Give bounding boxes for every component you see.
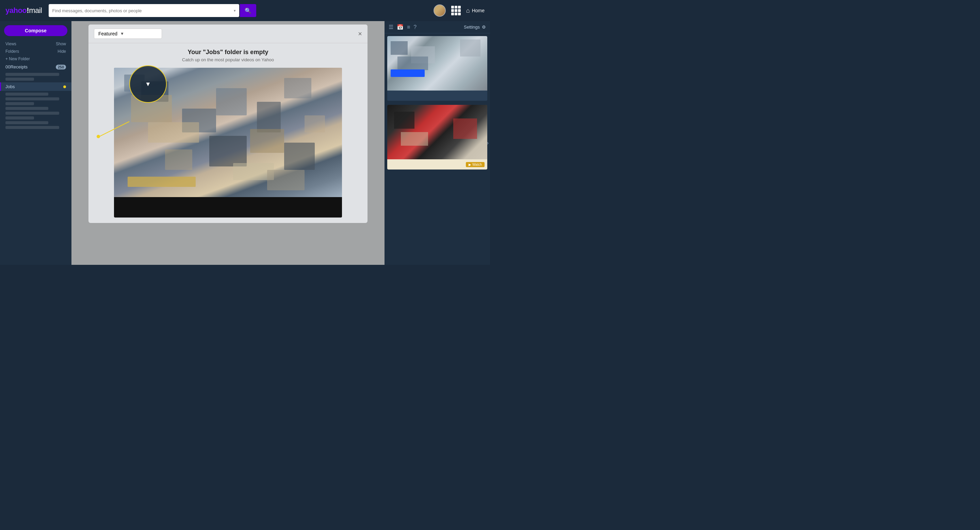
show-label[interactable]: Show <box>56 41 66 46</box>
home-label: Home <box>472 8 485 13</box>
list-icon[interactable]: ≡ <box>407 24 410 30</box>
receipts-badge: 250 <box>56 65 66 70</box>
views-label: Views <box>5 41 16 46</box>
app-header: yahoo!mail ▾ 🔍 ⌂ Home <box>0 0 490 21</box>
modal-title: Your "Jobs" folder is empty <box>95 49 361 56</box>
modal-close-button[interactable]: × <box>358 30 362 37</box>
media-card-1-image <box>387 36 487 91</box>
folder-item-receipts[interactable]: 00Receipts 250 <box>0 63 72 71</box>
media-card-2-bottom: ▶ Watch <box>387 159 487 170</box>
blurred-folder-9 <box>5 121 48 124</box>
search-chevron-icon[interactable]: ▾ <box>234 8 236 13</box>
media-image-2-bg <box>387 105 487 159</box>
search-bar: ▾ <box>49 4 239 17</box>
yahoo-logo: yahoo!mail <box>5 6 42 15</box>
gold-tag: ▶ Watch <box>466 162 485 167</box>
folders-row: Folders Hide <box>0 48 72 55</box>
settings-label: Settings <box>464 24 480 30</box>
modal-header: Featured ▼ × <box>89 24 368 43</box>
sidebar: Compose Views Show Folders Hide + New Fo… <box>0 21 72 265</box>
media-card-1-bottom <box>387 91 487 101</box>
blurred-folder-10 <box>5 126 59 129</box>
new-folder-button[interactable]: + New Folder <box>0 55 72 63</box>
settings-button[interactable]: Settings ⚙ <box>464 24 486 30</box>
video-placeholder <box>114 68 342 218</box>
home-button[interactable]: ⌂ Home <box>466 7 485 14</box>
views-row: Views Show <box>0 40 72 48</box>
media-card-1[interactable] <box>387 36 487 101</box>
help-icon[interactable]: ? <box>414 24 417 30</box>
folders-label: Folders <box>5 49 19 54</box>
header-right: ⌂ Home <box>434 5 485 17</box>
modal-body: Your "Jobs" folder is empty Catch up on … <box>89 43 368 223</box>
blurred-folder-7 <box>5 111 59 115</box>
featured-chevron-icon: ▼ <box>120 31 124 36</box>
jobs-indicator-dot <box>63 86 66 88</box>
blurred-folder-6 <box>5 107 48 110</box>
blurred-folder-3 <box>5 92 48 95</box>
video-container <box>114 68 342 218</box>
video-bottom-bar <box>114 197 342 218</box>
home-icon: ⌂ <box>466 7 470 14</box>
media-card-2-image <box>387 105 487 159</box>
settings-gear-icon: ⚙ <box>482 24 486 30</box>
blurred-folder-2 <box>5 78 34 81</box>
jobs-folder-inner: Jobs <box>5 84 14 89</box>
blue-bar <box>391 70 425 77</box>
apps-grid-icon[interactable] <box>451 6 461 15</box>
modal-overlay: Featured ▼ × Your "Jobs" folder is empty… <box>72 21 385 265</box>
folder-item-jobs[interactable]: Jobs <box>0 83 72 91</box>
featured-label: Featured <box>98 31 118 37</box>
right-toolbar-icons: ☰ 📅 ≡ ? <box>388 24 417 30</box>
blurred-folder-4 <box>5 97 59 100</box>
blurred-folder-8 <box>5 116 34 119</box>
compose-button[interactable]: Compose <box>4 25 67 36</box>
right-panel: ☰ 📅 ≡ ? Settings ⚙ › <box>385 21 490 265</box>
main-content: Featured ▼ × Your "Jobs" folder is empty… <box>72 21 385 265</box>
featured-dropdown[interactable]: Featured ▼ <box>94 29 162 39</box>
avatar[interactable] <box>434 5 446 17</box>
video-bg <box>114 68 342 197</box>
right-panel-content: › ▶ Watch <box>385 33 490 176</box>
search-button[interactable]: 🔍 <box>240 4 256 17</box>
blurred-folder-1 <box>5 73 59 76</box>
hide-label[interactable]: Hide <box>57 49 66 54</box>
right-panel-toolbar: ☰ 📅 ≡ ? Settings ⚙ <box>385 21 490 33</box>
modal-subtitle: Catch up on the most popular videos on Y… <box>95 57 361 62</box>
inbox-icon[interactable]: ☰ <box>388 24 393 30</box>
media-image-1-bg <box>387 36 487 91</box>
calendar-icon[interactable]: 📅 <box>397 24 404 30</box>
search-input[interactable] <box>52 8 231 13</box>
empty-folder-modal: Featured ▼ × Your "Jobs" folder is empty… <box>89 24 368 223</box>
media-card-2[interactable]: ▶ Watch <box>387 105 487 170</box>
blurred-folder-5 <box>5 102 34 105</box>
